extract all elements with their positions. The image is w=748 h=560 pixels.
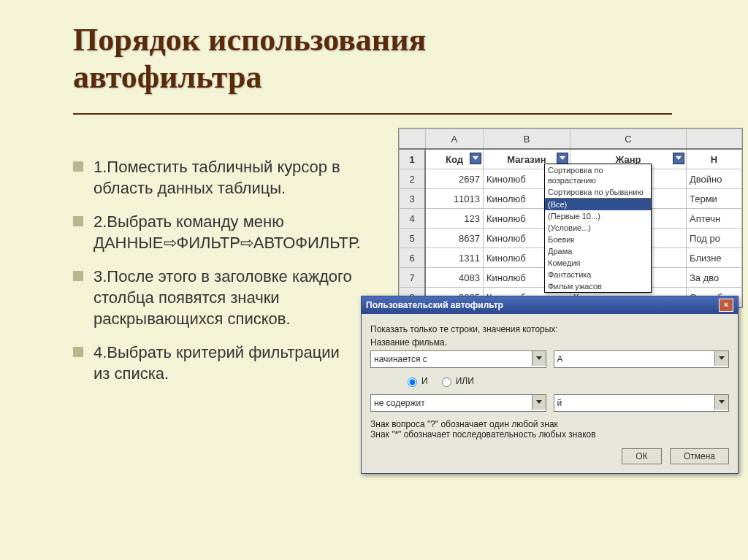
chevron-down-icon[interactable]	[714, 395, 728, 410]
dialog-titlebar[interactable]: Пользовательский автофильтр ×	[362, 296, 738, 314]
bullet-4: 4.Выбрать критерий фильтрации из списка.	[73, 342, 358, 384]
chevron-down-icon[interactable]	[532, 351, 546, 366]
filter-dropdown-button[interactable]	[673, 153, 684, 164]
ok-button[interactable]: ОК	[622, 448, 661, 464]
cell[interactable]: Терми	[687, 189, 742, 209]
bullet-marker	[73, 161, 83, 172]
title-line-1: Порядок использования	[73, 22, 426, 58]
dropdown-item-genre[interactable]: Фильм ужасов	[545, 280, 651, 292]
hdr-na: Н	[687, 149, 742, 169]
dialog-title: Пользовательский автофильтр	[366, 300, 503, 310]
value-1-combo[interactable]: А	[554, 350, 730, 368]
cell[interactable]: 123	[425, 209, 484, 229]
arrow-icon	[164, 234, 177, 252]
cell[interactable]: 1311	[425, 248, 484, 268]
row-head[interactable]: 7	[400, 268, 426, 288]
bullet-3: 3.После этого в заголовке каждого столбц…	[73, 266, 358, 329]
row-head[interactable]: 4	[400, 209, 426, 229]
logic-radio-group: И ИЛИ	[404, 375, 729, 387]
bullet-marker	[73, 347, 83, 357]
row-head[interactable]: 3	[400, 189, 426, 209]
dialog-field-label: Название фильма.	[370, 337, 729, 348]
col-head-a[interactable]: A	[425, 129, 484, 150]
bullet-marker	[73, 216, 83, 226]
col-head-c[interactable]: C	[570, 129, 687, 150]
filter-dropdown-button[interactable]	[557, 153, 568, 164]
cell[interactable]: Под ро	[687, 229, 742, 248]
row-head[interactable]: 1	[400, 149, 426, 169]
bullet-list: 1.Поместить табличный курсор в область д…	[73, 157, 358, 397]
close-button[interactable]: ×	[719, 299, 733, 312]
bullet-marker	[73, 271, 83, 281]
dialog-show-rows-label: Показать только те строки, значения кото…	[370, 324, 729, 334]
bullet-text: 1.Поместить табличный курсор в область д…	[94, 157, 358, 199]
radio-or[interactable]: ИЛИ	[438, 375, 474, 387]
corner-cell	[400, 129, 426, 150]
cell[interactable]: 11013	[425, 189, 484, 209]
custom-autofilter-dialog: Пользовательский автофильтр × Показать т…	[361, 296, 739, 474]
dialog-hint-2: Знак "*" обозначает последовательность л…	[370, 429, 729, 440]
title-underline	[73, 113, 672, 115]
cell[interactable]: Двойно	[687, 169, 742, 189]
dialog-hint-1: Знак вопроса "?" обозначает один любой з…	[370, 419, 729, 429]
bullet-text: 4.Выбрать критерий фильтрации из списка.	[94, 342, 358, 384]
dropdown-item-genre[interactable]: Фантастика	[545, 269, 651, 280]
radio-and[interactable]: И	[404, 375, 428, 387]
dropdown-item-genre[interactable]: Комедия	[545, 257, 651, 269]
chevron-down-icon[interactable]	[532, 395, 546, 410]
cancel-button[interactable]: Отмена	[670, 448, 729, 464]
arrow-icon	[240, 234, 253, 252]
chevron-down-icon[interactable]	[714, 351, 728, 366]
bullet-text: 3.После этого в заголовке каждого столбц…	[94, 266, 358, 329]
bullet-1: 1.Поместить табличный курсор в область д…	[73, 157, 358, 199]
dropdown-item-genre[interactable]: Драма	[545, 245, 651, 257]
hdr-kod: Код	[425, 149, 484, 169]
cell[interactable]: 2697	[425, 169, 484, 189]
bullet-text: 2.Выбрать команду меню ДАННЫЕФИЛЬТРАВТОФ…	[94, 212, 361, 253]
operator-1-combo[interactable]: начинается с	[370, 350, 546, 368]
cell[interactable]: 8637	[425, 229, 484, 248]
filter-dropdown-menu: Сортировка по возрастанию Сортировка по …	[544, 164, 652, 293]
value-2-combo[interactable]: й	[554, 394, 730, 412]
bullet-2: 2.Выбрать команду меню ДАННЫЕФИЛЬТРАВТОФ…	[73, 212, 358, 253]
cell[interactable]: Близне	[687, 248, 742, 268]
dropdown-item-top10[interactable]: (Первые 10...)	[545, 210, 651, 222]
row-head[interactable]: 5	[400, 229, 426, 248]
row-head[interactable]: 2	[400, 169, 426, 189]
cell[interactable]: Аптечн	[687, 209, 742, 229]
dropdown-item-sort-asc[interactable]: Сортировка по возрастанию	[545, 164, 651, 186]
cell[interactable]: 4083	[425, 268, 484, 288]
col-head-b[interactable]: B	[484, 129, 570, 150]
cell[interactable]: За дво	[687, 268, 742, 288]
row-head[interactable]: 6	[400, 248, 426, 268]
filter-dropdown-button[interactable]	[470, 153, 481, 164]
operator-2-combo[interactable]: не содержит	[370, 394, 546, 412]
dropdown-item-genre[interactable]: Боевик	[545, 234, 651, 245]
dropdown-item-condition[interactable]: (Условие...)	[545, 222, 651, 234]
dropdown-item-sort-desc[interactable]: Сортировка по убыванию	[545, 186, 651, 199]
slide-title: Порядок использования автофильтра	[73, 22, 672, 96]
col-head-d[interactable]	[687, 129, 742, 150]
title-line-2: автофильтра	[73, 59, 262, 95]
dropdown-item-all[interactable]: (Все)	[545, 199, 651, 210]
